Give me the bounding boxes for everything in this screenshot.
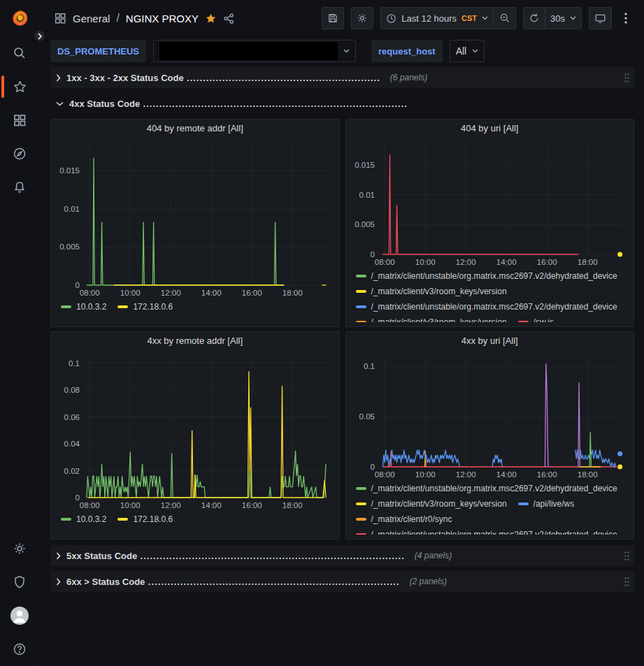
legend-swatch [117, 518, 128, 521]
refresh-button[interactable] [523, 7, 545, 29]
svg-text:0: 0 [370, 250, 374, 259]
panel-title[interactable]: 4xx by uri [All] [352, 335, 629, 351]
svg-text:08:00: 08:00 [80, 289, 100, 297]
svg-text:08:00: 08:00 [374, 258, 394, 266]
legend-item[interactable]: /_matrix/client/unstable/org.matrix.msc2… [356, 481, 617, 495]
sidebar-item-dashboards[interactable] [0, 103, 39, 137]
row-title-dots: ........................................… [143, 99, 408, 109]
variable-value-request-host[interactable]: All [450, 40, 485, 62]
row-4xx[interactable]: 4xx Status Code ........................… [50, 93, 634, 114]
variables-bar: DS_PROMETHEUS request_host All [40, 36, 644, 66]
panel-title[interactable]: 4xx by remote addr [All] [57, 335, 334, 351]
panel-legend: /_matrix/client/unstable/org.matrix.msc2… [352, 268, 629, 322]
legend-label: /api/live/ws [534, 499, 575, 509]
legend-swatch [356, 275, 366, 277]
dashboard-body: 1xx - 3xx - 2xx Status Code ............… [40, 66, 644, 666]
svg-text:10:00: 10:00 [415, 470, 435, 479]
chart-4xx-by-uri[interactable]: 08:0010:0012:0014:0016:0018:0000.050.1 [352, 351, 629, 481]
refresh-controls: 30s [523, 7, 582, 29]
sidebar-item-profile[interactable] [0, 599, 39, 632]
legend-swatch [61, 518, 71, 521]
legend-item[interactable]: 10.0.3.2 [61, 299, 106, 314]
refresh-interval-value: 30s [550, 13, 565, 24]
legend-item[interactable]: /_matrix/client/unstable/org.matrix.msc2… [356, 527, 617, 535]
kebab-menu-button[interactable] [619, 7, 633, 29]
refresh-interval-picker[interactable]: 30s [545, 7, 582, 29]
chart-4xx-by-remote-addr[interactable]: 08:0010:0012:0014:0016:0018:0000.020.040… [57, 351, 334, 512]
row-title: 6xx > Status Code [66, 577, 145, 587]
legend-swatch [356, 533, 366, 535]
svg-text:10:00: 10:00 [120, 289, 141, 297]
legend-item[interactable]: /_matrix/client/unstable/org.matrix.msc2… [356, 299, 617, 314]
svg-text:16:00: 16:00 [536, 470, 557, 479]
sidebar-item-starred[interactable] [0, 70, 39, 103]
breadcrumb-separator: / [116, 12, 119, 24]
chevron-right-icon [56, 578, 61, 586]
breadcrumb-folder[interactable]: General [73, 13, 110, 24]
chart-404-by-uri[interactable]: 08:0010:0012:0014:0016:0018:0000.0050.01… [352, 138, 629, 268]
share-icon[interactable] [223, 13, 235, 24]
sidebar-item-explore[interactable] [0, 137, 39, 171]
panel-title[interactable]: 404 by uri [All] [352, 123, 629, 138]
legend-label: 172.18.0.6 [133, 514, 173, 524]
legend-label: /_matrix/client/r0/sync [371, 514, 452, 524]
legend-item[interactable]: 172.18.0.6 [117, 299, 173, 314]
legend-item[interactable]: /_matrix/client/v3/room_keys/version [356, 496, 507, 511]
legend-item[interactable]: /sw.js [518, 314, 554, 322]
sidebar-item-help[interactable] [0, 632, 39, 666]
svg-text:0.01: 0.01 [359, 191, 374, 199]
legend-item[interactable]: /_matrix/client/v3/room_keys/version [356, 284, 507, 298]
bell-icon [13, 180, 27, 194]
svg-text:16:00: 16:00 [536, 258, 557, 266]
legend-label: 10.0.3.2 [76, 514, 106, 524]
legend-swatch [518, 502, 529, 505]
legend-item[interactable]: 172.18.0.6 [117, 512, 173, 526]
svg-text:0.015: 0.015 [355, 161, 375, 169]
sidebar-item-search[interactable] [0, 36, 39, 70]
panel-title[interactable]: 404 by remote addr [All] [57, 123, 334, 138]
svg-text:0.005: 0.005 [59, 242, 80, 251]
chevron-down-icon [56, 101, 64, 106]
tv-mode-button[interactable] [589, 7, 612, 29]
legend-item[interactable]: /_matrix/client/r0/sync [356, 512, 452, 526]
row-6xx[interactable]: 6xx > Status Code ......................… [50, 571, 634, 592]
chevron-down-icon [482, 16, 488, 20]
save-dashboard-button[interactable] [322, 7, 344, 29]
svg-text:14:00: 14:00 [201, 289, 222, 297]
sidebar-item-alerting[interactable] [0, 171, 39, 204]
redacted-value [159, 42, 338, 60]
svg-text:0.05: 0.05 [359, 412, 374, 421]
gear-icon [357, 13, 368, 24]
time-controls: Last 12 hours CST [380, 7, 516, 29]
time-range-picker[interactable]: Last 12 hours CST [380, 7, 494, 29]
favorite-star-icon[interactable] [205, 13, 217, 24]
chevron-right-icon [56, 552, 61, 560]
clock-icon [386, 13, 396, 24]
row-drag-handle[interactable] [624, 551, 630, 561]
row-5xx[interactable]: 5xx Status Code ........................… [50, 545, 634, 566]
row-1xx-3xx-2xx[interactable]: 1xx - 3xx - 2xx Status Code ............… [50, 67, 634, 88]
row-drag-handle[interactable] [624, 577, 630, 587]
zoom-out-time-button[interactable] [494, 7, 516, 29]
svg-text:08:00: 08:00 [374, 470, 394, 479]
shield-icon [13, 575, 27, 589]
panel-legend: /_matrix/client/unstable/org.matrix.msc2… [352, 481, 629, 535]
legend-item[interactable]: 10.0.3.2 [61, 512, 106, 526]
legend-item[interactable]: /_matrix/client/v3/room_keys/version [356, 314, 507, 322]
legend-item[interactable]: /api/live/ws [518, 496, 575, 511]
legend-item[interactable]: /_matrix/client/unstable/org.matrix.msc2… [356, 268, 617, 283]
row-drag-handle[interactable] [624, 73, 630, 83]
row-panel-count: (2 panels) [410, 577, 447, 586]
svg-text:12:00: 12:00 [161, 501, 181, 509]
svg-text:0.04: 0.04 [64, 440, 80, 448]
sidebar-expand-button[interactable] [32, 29, 47, 43]
sidebar-item-configuration[interactable] [0, 532, 39, 565]
chart-404-by-remote-addr[interactable]: 08:0010:0012:0014:0016:0018:0000.0050.01… [57, 138, 334, 299]
sidebar-item-server-admin[interactable] [0, 565, 39, 599]
svg-text:12:00: 12:00 [455, 470, 475, 479]
variable-value-ds-prometheus[interactable] [153, 40, 356, 62]
dashboard-settings-button[interactable] [351, 7, 373, 29]
panel-404-by-uri: 404 by uri [All] 08:0010:0012:0014:0016:… [345, 119, 635, 327]
svg-text:18:00: 18:00 [577, 470, 597, 479]
search-icon [13, 46, 27, 60]
